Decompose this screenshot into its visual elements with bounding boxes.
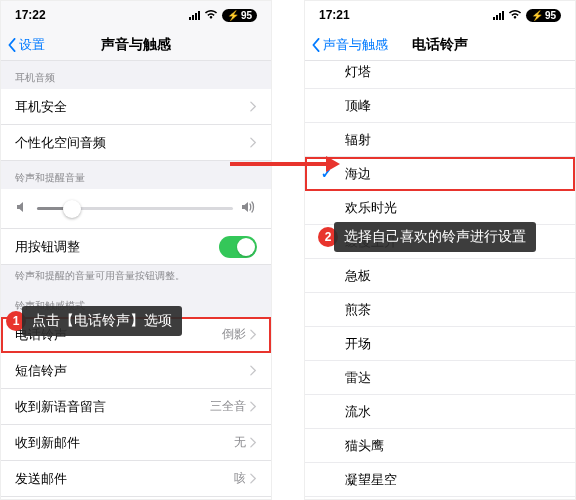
ringtone-option[interactable]: 辐射 bbox=[305, 123, 575, 157]
callout-label: 点击【电话铃声】选项 bbox=[22, 306, 182, 336]
row-sent-mail[interactable]: 发送邮件 咳 bbox=[1, 461, 271, 497]
ringtone-option[interactable]: 煎茶 bbox=[305, 293, 575, 327]
cellular-icon bbox=[493, 11, 504, 20]
chevron-right-icon bbox=[250, 137, 257, 148]
row-spatial-audio[interactable]: 个性化空间音频 bbox=[1, 125, 271, 161]
section-footnote: 铃声和提醒的音量可用音量按钮调整。 bbox=[1, 265, 271, 289]
back-label: 设置 bbox=[19, 36, 45, 54]
ringtone-option[interactable]: 凝望星空 bbox=[305, 463, 575, 497]
nav-bar: 声音与触感 电话铃声 bbox=[305, 29, 575, 61]
speaker-high-icon bbox=[241, 200, 257, 217]
phone-left: 17:22 ⚡ 95 设置 声音与触感 耳机音频 耳机安全 bbox=[0, 0, 272, 500]
callout-step-2: 2 选择自己喜欢的铃声进行设置 bbox=[318, 222, 536, 252]
battery-icon: ⚡ 95 bbox=[222, 9, 257, 22]
back-button[interactable]: 设置 bbox=[7, 36, 45, 54]
ringtone-option[interactable]: 顶峰 bbox=[305, 89, 575, 123]
chevron-right-icon bbox=[250, 101, 257, 112]
ringtone-option[interactable]: 欢乐时光 bbox=[305, 191, 575, 225]
chevron-right-icon bbox=[250, 365, 257, 376]
clock: 17:22 bbox=[15, 8, 46, 22]
toggle-switch[interactable] bbox=[219, 236, 257, 258]
battery-icon: ⚡ 95 bbox=[526, 9, 561, 22]
volume-slider-row bbox=[1, 189, 271, 229]
speaker-low-icon bbox=[15, 200, 29, 217]
chevron-right-icon bbox=[250, 329, 257, 340]
callout-label: 选择自己喜欢的铃声进行设置 bbox=[334, 222, 536, 252]
section-header: 铃声和提醒音量 bbox=[1, 161, 271, 189]
section-header: 耳机音频 bbox=[1, 61, 271, 89]
ringtone-option[interactable]: 猫头鹰 bbox=[305, 429, 575, 463]
volume-slider[interactable] bbox=[37, 207, 233, 210]
row-new-mail[interactable]: 收到新邮件 无 bbox=[1, 425, 271, 461]
status-bar: 17:22 ⚡ 95 bbox=[1, 1, 271, 29]
callout-step-1: 1 点击【电话铃声】选项 bbox=[6, 306, 182, 336]
ringtone-option[interactable]: 灯塔 bbox=[305, 61, 575, 89]
checkmark-icon: ✓ bbox=[321, 166, 332, 181]
wifi-icon bbox=[204, 9, 218, 21]
ringtone-option[interactable]: 急板 bbox=[305, 259, 575, 293]
ringtone-option[interactable]: 开场 bbox=[305, 327, 575, 361]
row-calendar[interactable]: 日历提醒 和弦 bbox=[1, 497, 271, 499]
wifi-icon bbox=[508, 9, 522, 21]
cellular-icon bbox=[189, 11, 200, 20]
row-voicemail[interactable]: 收到新语音留言 三全音 bbox=[1, 389, 271, 425]
clock: 17:21 bbox=[319, 8, 350, 22]
row-buttons-toggle: 用按钮调整 bbox=[1, 229, 271, 265]
nav-bar: 设置 声音与触感 bbox=[1, 29, 271, 61]
ringtone-option-selected[interactable]: ✓ 海边 bbox=[305, 157, 575, 191]
back-label: 声音与触感 bbox=[323, 36, 388, 54]
ringtone-option[interactable]: 雷达 bbox=[305, 361, 575, 395]
chevron-right-icon bbox=[250, 473, 257, 484]
row-sms-tone[interactable]: 短信铃声 bbox=[1, 353, 271, 389]
chevron-right-icon bbox=[250, 437, 257, 448]
back-button[interactable]: 声音与触感 bbox=[311, 36, 388, 54]
ringtone-option[interactable]: 山顶 bbox=[305, 497, 575, 499]
status-bar: 17:21 ⚡ 95 bbox=[305, 1, 575, 29]
row-headphone-safety[interactable]: 耳机安全 bbox=[1, 89, 271, 125]
ringtone-option[interactable]: 流水 bbox=[305, 395, 575, 429]
chevron-right-icon bbox=[250, 401, 257, 412]
